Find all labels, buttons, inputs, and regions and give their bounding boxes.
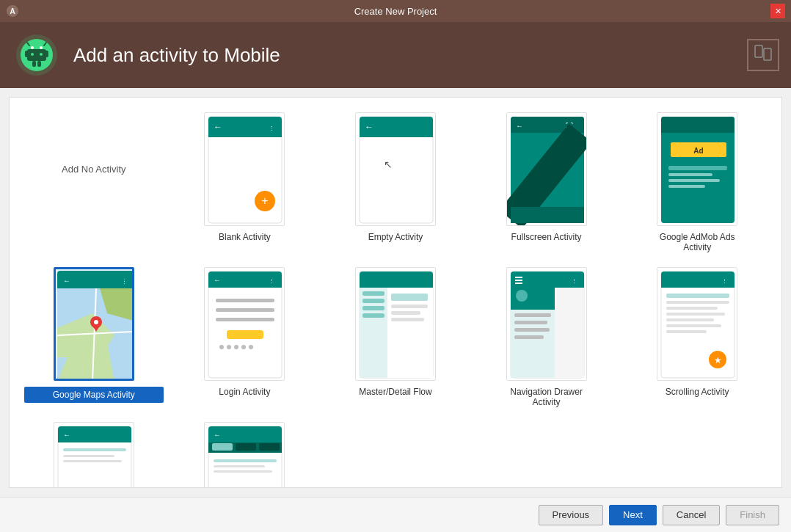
svg-point-96 [516, 290, 528, 302]
svg-rect-16 [764, 48, 771, 60]
svg-text:←: ← [214, 276, 221, 284]
window-controls: ✕ [770, 4, 785, 18]
svg-rect-85 [391, 311, 420, 315]
svg-rect-86 [391, 318, 424, 321]
activity-card-add-no[interactable]: Add No Activity [24, 112, 164, 226]
svg-point-13 [31, 53, 34, 56]
svg-text:⋮: ⋮ [572, 278, 577, 283]
svg-rect-93 [515, 283, 522, 284]
svg-rect-83 [391, 294, 428, 301]
title-bar: A Create New Project ✕ [0, 0, 791, 22]
device-icon [752, 44, 774, 66]
phone-preview-icon [747, 39, 779, 71]
settings-row3-svg: ← [54, 423, 134, 488]
svg-rect-67 [216, 318, 274, 321]
navdrawer-activity-preview: ⋮ [506, 267, 587, 381]
tabbed-row3-preview: ← [204, 422, 285, 488]
svg-rect-109 [666, 313, 725, 316]
activity-card-blank[interactable]: ← ⋮ + Blank Activity [175, 112, 315, 242]
svg-rect-106 [666, 294, 729, 298]
svg-rect-4 [27, 49, 46, 61]
scrolling-activity-preview: ⋮ ★ [657, 267, 737, 381]
svg-rect-81 [362, 306, 384, 310]
login-activity-svg: ← ⋮ [205, 268, 285, 381]
activity-card-tabbed-row3[interactable]: ← Tabbed Activity [175, 422, 315, 488]
svg-rect-91 [515, 277, 522, 278]
scrolling-activity-label: Scrolling Activity [657, 387, 737, 397]
android-studio-icon [15, 33, 59, 77]
svg-rect-82 [362, 313, 384, 318]
svg-rect-121 [63, 460, 122, 462]
masterdetail-activity-svg [356, 268, 436, 381]
activity-card-settings-row3[interactable]: ← Settings Activity [24, 422, 164, 488]
close-button[interactable]: ✕ [770, 4, 785, 18]
activity-card-scrolling[interactable]: ⋮ ★ Scrolling Activity [627, 267, 767, 397]
svg-point-6 [40, 46, 43, 49]
svg-rect-130 [259, 443, 280, 451]
svg-rect-80 [362, 299, 384, 303]
finish-button[interactable]: Finish [726, 505, 779, 525]
svg-rect-120 [63, 455, 114, 457]
next-button[interactable]: Next [609, 505, 657, 525]
fullscreen-activity-label: Fullscreen Activity [506, 232, 587, 242]
svg-rect-73 [249, 345, 253, 349]
svg-text:+: + [262, 194, 269, 207]
add-no-activity-label: Add No Activity [62, 164, 125, 175]
svg-text:★: ★ [714, 355, 722, 365]
svg-text:←: ← [516, 122, 523, 130]
svg-rect-11 [32, 61, 36, 67]
svg-rect-98 [514, 321, 547, 324]
svg-rect-70 [227, 345, 231, 349]
svg-rect-119 [63, 448, 126, 451]
fullscreen-activity-svg: ← ⛶ [507, 113, 587, 226]
activity-card-fullscreen[interactable]: ← ⛶ Fullscreen Activity [477, 112, 616, 242]
blank-activity-svg: ← ⋮ + [205, 113, 285, 226]
svg-text:Ad: Ad [694, 147, 704, 155]
masterdetail-activity-label: Master/Detail Flow [355, 387, 436, 397]
svg-text:←: ← [63, 277, 70, 285]
svg-rect-69 [219, 345, 224, 349]
bottom-bar: Previous Next Cancel Finish [0, 497, 791, 532]
svg-rect-12 [37, 61, 41, 67]
svg-rect-131 [214, 459, 277, 462]
blank-activity-label: Blank Activity [204, 232, 285, 242]
activity-card-maps[interactable]: ← ⋮ [24, 267, 164, 403]
svg-rect-92 [515, 280, 522, 281]
svg-rect-39 [661, 125, 734, 133]
activities-grid: Add No Activity ← ⋮ + [24, 112, 767, 488]
svg-rect-43 [668, 173, 712, 176]
svg-rect-128 [212, 443, 233, 451]
cancel-button[interactable]: Cancel [663, 505, 720, 525]
empty-activity-svg: ← ↖ [356, 113, 436, 226]
admob-activity-label: Google AdMob Ads Activity [657, 232, 737, 252]
settings-row3-preview: ← [54, 422, 134, 488]
svg-rect-71 [234, 345, 238, 349]
svg-text:⋮: ⋮ [269, 125, 274, 131]
empty-activity-label: Empty Activity [355, 232, 436, 242]
page-header: Add an activity to Mobile [0, 22, 791, 88]
svg-text:A: A [10, 7, 15, 15]
maps-activity-label: Google Maps Activity [24, 387, 164, 403]
previous-button[interactable]: Previous [539, 505, 604, 525]
svg-rect-45 [668, 185, 705, 188]
admob-activity-svg: Ad [657, 113, 737, 226]
svg-text:←: ← [63, 431, 70, 439]
svg-text:⋮: ⋮ [269, 278, 274, 283]
svg-rect-10 [45, 51, 48, 57]
activity-card-login[interactable]: ← ⋮ Login Activity [175, 267, 315, 397]
svg-point-14 [40, 53, 43, 56]
svg-rect-68 [227, 330, 263, 339]
svg-text:⋮: ⋮ [122, 279, 127, 284]
svg-rect-110 [666, 318, 714, 321]
svg-rect-127 [208, 451, 282, 453]
activity-card-admob[interactable]: Ad Google AdMob Ads Activity [627, 112, 767, 252]
activity-card-navdrawer[interactable]: ⋮ [477, 267, 616, 407]
svg-rect-44 [668, 179, 720, 182]
empty-activity-preview: ← ↖ [355, 112, 436, 226]
fullscreen-activity-preview: ← ⛶ [506, 112, 587, 226]
activity-card-masterdetail[interactable]: Master/Detail Flow [326, 267, 465, 397]
activity-card-empty[interactable]: ← ↖ Empty Activity [326, 112, 465, 242]
svg-text:⋮: ⋮ [722, 278, 727, 283]
svg-point-58 [94, 320, 98, 324]
svg-rect-72 [241, 345, 246, 349]
